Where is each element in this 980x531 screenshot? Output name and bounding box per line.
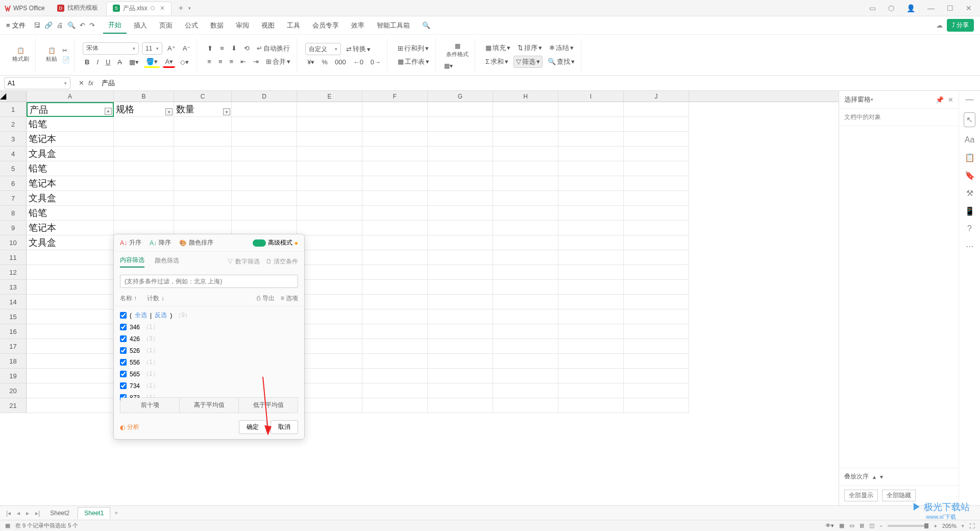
- cell[interactable]: [232, 117, 297, 132]
- percent-icon[interactable]: %: [320, 57, 330, 67]
- cell[interactable]: [493, 324, 558, 339]
- cell[interactable]: [493, 161, 558, 176]
- cell[interactable]: 铅笔: [27, 206, 114, 221]
- cell[interactable]: [558, 250, 624, 265]
- close-icon[interactable]: ✕: [160, 5, 165, 12]
- tab-content-filter[interactable]: 内容筛选: [120, 256, 144, 268]
- border-icon[interactable]: ▦▾: [127, 57, 141, 67]
- save-icon[interactable]: 🖫: [34, 21, 40, 29]
- cell[interactable]: [297, 383, 362, 398]
- freeze-button[interactable]: ❄ 冻结▾: [547, 42, 576, 54]
- cell[interactable]: [362, 398, 428, 413]
- col-header-G[interactable]: G: [428, 91, 493, 102]
- row-header[interactable]: 4: [0, 147, 27, 161]
- cell[interactable]: [297, 398, 362, 413]
- cell[interactable]: [232, 102, 297, 117]
- cell[interactable]: [174, 206, 232, 221]
- indent-left-icon[interactable]: ⇤: [238, 57, 248, 66]
- cell[interactable]: [428, 221, 493, 235]
- layout-icon[interactable]: ▦: [5, 522, 10, 529]
- cell[interactable]: [297, 176, 362, 191]
- cell[interactable]: [624, 191, 689, 206]
- cell[interactable]: [558, 369, 624, 383]
- cell[interactable]: [493, 221, 558, 235]
- cell[interactable]: [174, 221, 232, 235]
- filter-item[interactable]: 426 （3）: [120, 333, 298, 345]
- cell[interactable]: [297, 309, 362, 324]
- cell[interactable]: [624, 339, 689, 354]
- col-header-F[interactable]: F: [362, 91, 428, 102]
- print-icon[interactable]: 🖨: [57, 21, 63, 29]
- ok-button[interactable]: 确定: [239, 420, 266, 434]
- menu-tools[interactable]: 工具: [282, 18, 305, 33]
- checkbox[interactable]: [120, 371, 127, 377]
- cell[interactable]: [493, 102, 558, 117]
- menu-view[interactable]: 视图: [256, 18, 280, 33]
- zoom-level[interactable]: 205%: [942, 523, 957, 529]
- currency-icon[interactable]: ¥▾: [305, 57, 316, 67]
- export-button[interactable]: ⎙ 导出: [257, 294, 274, 303]
- menu-member[interactable]: 会员专享: [307, 18, 344, 33]
- strike-icon[interactable]: A̶: [115, 57, 124, 67]
- row-header[interactable]: 5: [0, 161, 27, 176]
- align-middle-icon[interactable]: ≡: [218, 43, 226, 53]
- formula-input[interactable]: 产品: [97, 78, 980, 89]
- last-sheet-icon[interactable]: ▸|: [33, 509, 42, 518]
- cell[interactable]: [27, 265, 114, 280]
- checkbox[interactable]: [120, 312, 127, 319]
- checkbox[interactable]: [120, 335, 127, 342]
- cell[interactable]: [624, 354, 689, 369]
- merge-icon[interactable]: ⊞ 合并▾: [264, 56, 292, 67]
- analyze-button[interactable]: ◐ 分析: [120, 423, 139, 431]
- add-tab-button[interactable]: +: [174, 2, 188, 15]
- cell[interactable]: 笔记本: [27, 221, 114, 235]
- cell[interactable]: [624, 309, 689, 324]
- cell[interactable]: [232, 176, 297, 191]
- cell[interactable]: [558, 309, 624, 324]
- help-icon[interactable]: ?: [967, 224, 972, 233]
- cell[interactable]: [362, 280, 428, 295]
- cell[interactable]: [297, 221, 362, 235]
- clear-conditions[interactable]: 🗋 清空条件: [266, 257, 298, 266]
- cell[interactable]: [297, 265, 362, 280]
- italic-icon[interactable]: I: [94, 57, 101, 67]
- zoom-out-icon[interactable]: −: [879, 523, 883, 529]
- cell[interactable]: [493, 280, 558, 295]
- cell[interactable]: 铅笔: [27, 161, 114, 176]
- cell[interactable]: [27, 398, 114, 413]
- cell[interactable]: [297, 117, 362, 132]
- cond-format[interactable]: ▦条件格式: [444, 40, 471, 60]
- link-icon[interactable]: 🔗: [44, 21, 53, 29]
- cell[interactable]: [297, 191, 362, 206]
- row-header[interactable]: 19: [0, 369, 27, 383]
- cell[interactable]: [297, 147, 362, 161]
- cell[interactable]: [493, 309, 558, 324]
- col-header-I[interactable]: I: [558, 91, 624, 102]
- col-header-C[interactable]: C: [174, 91, 232, 102]
- cell[interactable]: [624, 265, 689, 280]
- cursor-icon[interactable]: ↖: [964, 112, 975, 127]
- filter-dropdown-icon[interactable]: ▾: [105, 108, 112, 115]
- sort-asc-button[interactable]: A↓升序: [120, 238, 141, 247]
- convert-icon[interactable]: ⇄ 转换▾: [344, 43, 373, 55]
- file-menu[interactable]: ≡ 文件: [6, 21, 26, 30]
- cell[interactable]: [558, 147, 624, 161]
- menu-insert[interactable]: 插入: [129, 18, 152, 33]
- cell[interactable]: [624, 161, 689, 176]
- cell[interactable]: [428, 309, 493, 324]
- style-icon[interactable]: Aa: [965, 135, 975, 144]
- cell[interactable]: [27, 295, 114, 309]
- worksheet-icon[interactable]: ▦ 工作表▾: [396, 56, 431, 67]
- fill-color-icon[interactable]: 🪣▾: [144, 57, 160, 68]
- top-items-button[interactable]: 前十项: [120, 398, 180, 413]
- filter-button[interactable]: ▽ 筛选▾: [513, 56, 543, 68]
- cell-style-icon[interactable]: ▦▾: [444, 62, 471, 69]
- sheet-tab-1[interactable]: Sheet1: [78, 507, 110, 519]
- preview-icon[interactable]: 🔍: [67, 21, 76, 29]
- cell[interactable]: [114, 147, 174, 161]
- cell[interactable]: [297, 235, 362, 250]
- row-header[interactable]: 8: [0, 206, 27, 221]
- cell[interactable]: [362, 147, 428, 161]
- cell[interactable]: [428, 206, 493, 221]
- tab-color-filter[interactable]: 颜色筛选: [155, 256, 179, 267]
